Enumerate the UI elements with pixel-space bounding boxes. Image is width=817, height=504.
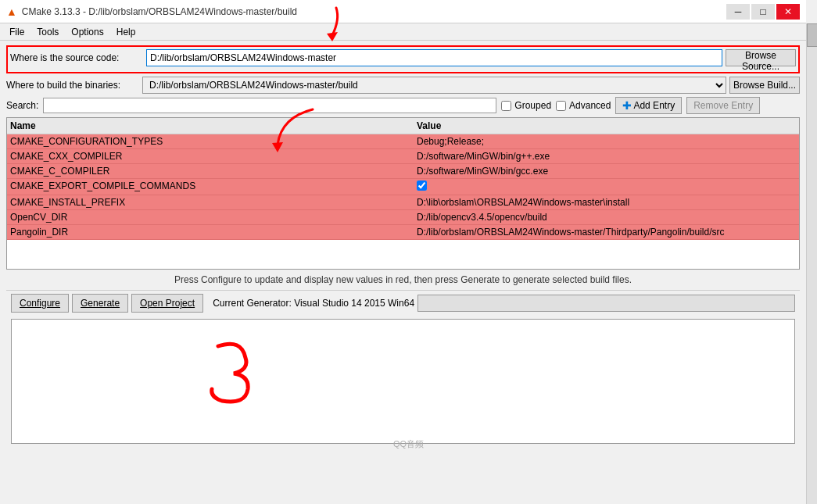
titlebar: ▲ CMake 3.13.3 - D:/lib/orbslam/ORBSLAM2…: [0, 0, 806, 23]
add-entry-label: Add Entry: [633, 100, 675, 111]
titlebar-controls: ─ □ ✕: [726, 4, 800, 20]
row-value: [417, 181, 796, 193]
search-row: Search: Grouped Advanced ✚ Add Entry Rem…: [6, 97, 800, 114]
build-row: Where to build the binaries: D:/lib/orbs…: [6, 77, 800, 94]
cmake-icon: ▲: [6, 5, 17, 18]
table-row[interactable]: CMAKE_CXX_COMPILER D:/software/MinGW/bin…: [7, 149, 799, 164]
qq-watermark: QQ音频: [393, 438, 424, 450]
row-value: D:\lib\orbslam\ORBSLAM24Windows-master\i…: [417, 197, 796, 208]
generate-button[interactable]: Generate: [72, 294, 128, 313]
bottom-toolbar: Configure Generate Open Project Current …: [6, 290, 800, 316]
plus-icon: ✚: [622, 99, 632, 112]
row-name: CMAKE_CONFIGURATION_TYPES: [10, 136, 417, 147]
scrollbar[interactable]: [806, 23, 817, 504]
close-button[interactable]: ✕: [776, 4, 800, 20]
source-label: Where is the source code:: [10, 52, 143, 63]
compile-commands-checkbox[interactable]: [417, 181, 427, 191]
advanced-checkbox[interactable]: [556, 101, 566, 111]
titlebar-left: ▲ CMake 3.13.3 - D:/lib/orbslam/ORBSLAM2…: [6, 5, 297, 18]
titlebar-title: CMake 3.13.3 - D:/lib/orbslam/ORBSLAM24W…: [22, 6, 297, 17]
add-entry-button[interactable]: ✚ Add Entry: [615, 97, 682, 114]
build-label: Where to build the binaries:: [6, 80, 139, 91]
minimize-button[interactable]: ─: [726, 4, 750, 20]
generator-input[interactable]: [417, 295, 795, 312]
row-value: D:/lib/orbslam/ORBSLAM24Windows-master/T…: [417, 227, 796, 238]
row-value: Debug;Release;: [417, 136, 796, 147]
row-value: D:/lib/opencv3.4.5/opencv/build: [417, 212, 796, 223]
grouped-label: Grouped: [514, 100, 551, 111]
col-value-header: Value: [417, 120, 796, 131]
menubar: File Tools Options Help: [0, 23, 806, 41]
table-header: Name Value: [7, 118, 799, 134]
browse-source-button[interactable]: Browse Source...: [726, 49, 796, 66]
row-value: D:/software/MinGW/bin/g++.exe: [417, 151, 796, 162]
log-area[interactable]: [11, 319, 795, 444]
table-row[interactable]: OpenCV_DIR D:/lib/opencv3.4.5/opencv/bui…: [7, 210, 799, 225]
source-row: Where is the source code: Browse Source.…: [10, 49, 796, 66]
advanced-checkbox-group: Advanced: [556, 100, 611, 111]
row-name: CMAKE_EXPORT_COMPILE_COMMANDS: [10, 181, 417, 193]
menu-options[interactable]: Options: [65, 25, 109, 39]
cmake-table: Name Value CMAKE_CONFIGURATION_TYPES Deb…: [6, 117, 800, 270]
advanced-label: Advanced: [569, 100, 611, 111]
search-label: Search:: [6, 100, 38, 111]
table-row[interactable]: CMAKE_C_COMPILER D:/software/MinGW/bin/g…: [7, 164, 799, 179]
grouped-checkbox[interactable]: [501, 101, 511, 111]
table-row[interactable]: CMAKE_CONFIGURATION_TYPES Debug;Release;: [7, 134, 799, 149]
table-row[interactable]: CMAKE_EXPORT_COMPILE_COMMANDS: [7, 179, 799, 195]
row-name: CMAKE_CXX_COMPILER: [10, 151, 417, 162]
scrollbar-thumb[interactable]: [807, 23, 817, 47]
row-value: D:/software/MinGW/bin/gcc.exe: [417, 166, 796, 177]
row-name: OpenCV_DIR: [10, 212, 417, 223]
status-message: Press Configure to update and display ne…: [6, 270, 800, 290]
menu-tools[interactable]: Tools: [30, 25, 65, 39]
remove-entry-button[interactable]: Remove Entry: [686, 97, 760, 114]
menu-file[interactable]: File: [3, 25, 30, 39]
source-input[interactable]: [146, 49, 722, 66]
table-row[interactable]: CMAKE_INSTALL_PREFIX D:\lib\orbslam\ORBS…: [7, 195, 799, 210]
main-content: Where is the source code: Browse Source.…: [0, 41, 806, 452]
row-name: CMAKE_C_COMPILER: [10, 166, 417, 177]
search-input[interactable]: [43, 98, 496, 113]
col-name-header: Name: [10, 120, 417, 131]
generator-label: Current Generator: Visual Studio 14 2015…: [206, 298, 414, 309]
source-highlight: Where is the source code: Browse Source.…: [6, 45, 800, 73]
grouped-checkbox-group: Grouped: [501, 100, 551, 111]
row-name: Pangolin_DIR: [10, 227, 417, 238]
open-project-button[interactable]: Open Project: [131, 294, 203, 313]
browse-build-button[interactable]: Browse Build...: [729, 77, 800, 94]
maximize-button[interactable]: □: [751, 4, 775, 20]
menu-help[interactable]: Help: [110, 25, 142, 39]
build-input[interactable]: D:/lib/orbslam/ORBSLAM24Windows-master/b…: [142, 77, 726, 94]
table-row[interactable]: Pangolin_DIR D:/lib/orbslam/ORBSLAM24Win…: [7, 225, 799, 240]
row-name: CMAKE_INSTALL_PREFIX: [10, 197, 417, 208]
configure-button[interactable]: Configure: [11, 294, 69, 313]
